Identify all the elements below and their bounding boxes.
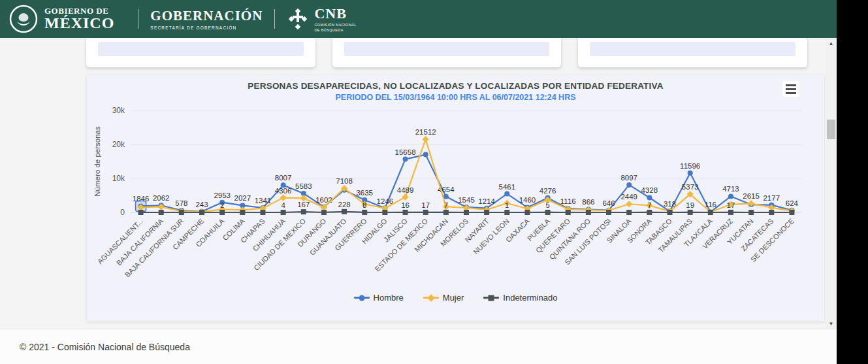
data-point[interactable] [586,210,591,215]
data-point[interactable] [748,200,754,207]
data-label: 228 [338,201,350,208]
data-point[interactable] [281,210,286,215]
data-label: 1341 [255,197,272,205]
data-point[interactable] [789,210,794,215]
data-label: 2062 [153,194,170,202]
data-label: 19 [686,201,694,209]
data-label: 1846 [133,195,150,203]
data-label: 8097 [620,174,637,182]
data-point[interactable] [199,210,204,215]
data-point[interactable] [667,210,673,215]
data-label: 21512 [415,128,436,136]
data-point[interactable] [138,210,144,215]
data-point[interactable] [647,210,652,215]
legend-label: Indeterminado [503,293,557,303]
data-point[interactable] [484,210,489,215]
data-label: 17 [727,201,735,209]
data-point[interactable] [626,201,632,207]
data-label: 578 [175,199,187,207]
legend-item-indeterminado[interactable]: Indeterminado [483,293,557,303]
legend-line-marker [354,297,370,299]
vertical-scrollbar[interactable]: ▲ ▼ [826,38,837,329]
data-point[interactable] [688,210,693,215]
cnb-title: CNB [314,5,356,22]
data-point[interactable] [566,210,571,215]
data-point[interactable] [159,210,164,215]
data-point[interactable] [402,194,408,201]
data-point[interactable] [240,210,245,215]
data-point[interactable] [423,210,428,215]
data-label: 4713 [722,185,739,193]
data-label: 2449 [620,193,637,201]
data-point[interactable] [423,136,429,142]
card-header-strip [98,42,304,56]
data-point[interactable] [524,210,530,215]
y-tick-label: 10k [112,174,125,183]
data-label: 5 [545,201,549,209]
data-point[interactable] [626,210,632,215]
data-point[interactable] [769,210,774,215]
data-point[interactable] [321,210,327,215]
legend-item-mujer[interactable]: Mujer [423,293,464,303]
hamburger-icon [786,84,796,86]
data-point[interactable] [280,195,287,201]
page-footer: © 2021 - Comisión Nacional de Búsqueda [0,329,837,364]
data-point[interactable] [423,152,428,157]
data-point[interactable] [382,210,387,215]
data-point[interactable] [708,210,713,215]
data-point[interactable] [504,191,509,197]
data-point[interactable] [464,210,469,215]
scrollbar-thumb[interactable] [827,120,835,139]
data-point[interactable] [362,210,367,215]
data-point[interactable] [403,157,408,162]
cnb-ornament-icon [287,8,309,30]
data-label: 1214 [478,197,495,205]
viewport: GOBIERNO DE MÉXICO GOBERNACIÓN SECRETARÍ… [0,0,868,364]
chart-canvas[interactable]: 010k20k30kNúmero de personasAGUASCALIENT… [87,103,824,297]
data-label: 5461 [499,183,516,191]
chart-legend: Hombre Mujer Indeterminado [87,293,824,303]
data-label: 7 [647,201,651,209]
data-label: 8 [362,201,366,209]
gobernacion-subtitle: SECRETARÍA DE GOBERNACIÓN [150,25,263,30]
data-label: 2177 [763,194,780,202]
data-label: 1545 [458,196,475,204]
data-label: 243 [195,201,208,208]
scrollbar-down-arrow[interactable]: ▼ [826,318,837,329]
data-point[interactable] [606,210,611,215]
data-point[interactable] [748,210,754,215]
data-label: 11596 [680,162,700,170]
legend-line-marker [483,297,499,299]
data-point[interactable] [301,209,306,214]
data-label: 17 [421,201,430,209]
data-point[interactable] [403,210,408,215]
data-point[interactable] [260,210,265,215]
data-label: 1 [505,201,509,209]
scrollbar-up-arrow[interactable]: ▲ [826,38,837,48]
data-label: 4306 [275,187,292,195]
data-point[interactable] [688,171,693,176]
data-point[interactable] [728,210,733,215]
legend-item-hombre[interactable]: Hombre [354,293,404,303]
chart-context-menu-button[interactable] [782,81,799,97]
data-point[interactable] [626,182,632,188]
gobernacion-title: GOBERNACIÓN [150,8,263,24]
data-point[interactable] [728,193,733,199]
data-point[interactable] [179,210,184,215]
data-label: 1116 [560,197,576,205]
data-point[interactable] [545,210,551,215]
copyright-text: © 2021 - Comisión Nacional de Búsqueda [20,342,190,352]
data-label: 5373 [682,183,699,191]
data-label: 4276 [539,187,556,195]
data-point[interactable] [443,210,449,215]
data-label: 2953 [214,191,231,199]
page: GOBIERNO DE MÉXICO GOBERNACIÓN SECRETARÍ… [0,0,837,364]
data-point[interactable] [342,209,347,214]
data-label: 4328 [641,186,658,194]
data-point[interactable] [647,195,652,200]
data-label: 4 [281,201,285,209]
data-point[interactable] [219,210,225,215]
data-label: 4489 [397,186,414,194]
header-divider [274,9,275,29]
data-point[interactable] [504,210,509,215]
